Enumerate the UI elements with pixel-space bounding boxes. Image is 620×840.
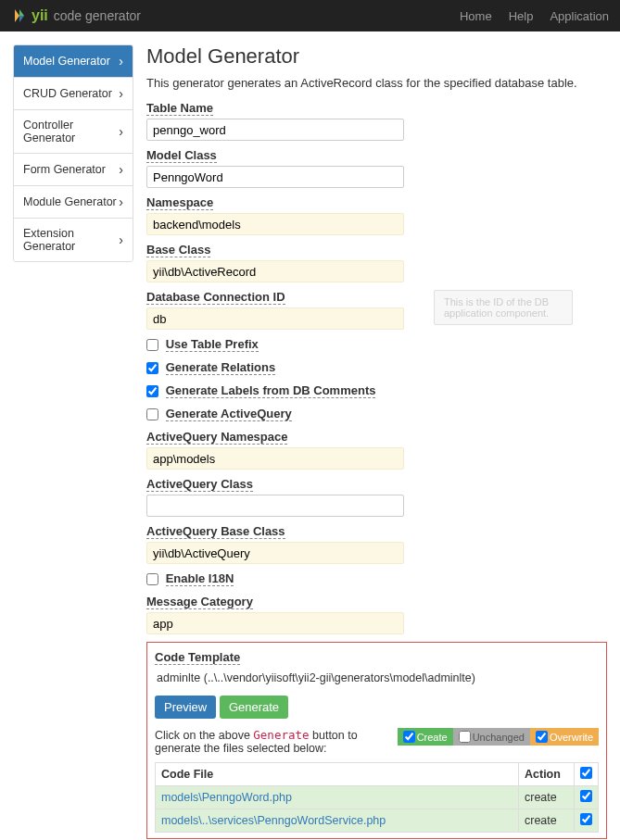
file-link[interactable]: models\PenngoWord.php <box>161 791 292 804</box>
th-check <box>575 763 599 786</box>
legend-unchanged[interactable]: Unchanged <box>453 728 530 746</box>
row-checkbox[interactable] <box>580 813 592 825</box>
table-row: models\..\services\PenngoWordService.php… <box>156 809 599 833</box>
gen-labels-checkbox[interactable] <box>146 385 158 397</box>
sidebar-item-label: Model Generator <box>23 55 110 68</box>
code-template-value: adminlte (..\..\vendor\yiisoft\yii2-gii\… <box>155 668 599 688</box>
aq-base-class-label: ActiveQuery Base Class <box>146 524 285 539</box>
enable-i18n-checkbox[interactable] <box>146 573 158 585</box>
use-table-prefix-label: Use Table Prefix <box>166 337 259 352</box>
preview-button[interactable]: Preview <box>155 696 216 719</box>
nav-links: Home Help Application <box>460 9 609 23</box>
row-checkbox[interactable] <box>580 790 592 802</box>
brand: yii code generator <box>11 7 141 24</box>
sidebar-item-crud-generator[interactable]: CRUD Generator › <box>14 78 133 110</box>
sidebar-item-form-generator[interactable]: Form Generator › <box>14 154 133 186</box>
page-title: Model Generator <box>146 44 607 69</box>
legend-badges: Create Unchanged Overwrite <box>398 728 599 746</box>
msg-category-input[interactable] <box>146 612 404 634</box>
sidebar-item-label: Extension Generator <box>23 227 119 253</box>
msg-category-label: Message Category <box>146 595 253 609</box>
db-conn-input[interactable] <box>146 307 404 330</box>
sidebar-item-controller-generator[interactable]: Controller Generator › <box>14 110 133 154</box>
table-name-input[interactable] <box>146 119 404 141</box>
gen-labels-label: Generate Labels from DB Comments <box>166 383 376 398</box>
model-class-input[interactable] <box>146 166 404 188</box>
navbar: yii code generator Home Help Application <box>0 0 620 31</box>
sidebar-item-module-generator[interactable]: Module Generator › <box>14 186 133 219</box>
legend-create-checkbox[interactable] <box>403 731 415 743</box>
gen-relations-checkbox[interactable] <box>146 362 158 374</box>
model-class-label: Model Class <box>146 148 217 163</box>
aq-class-label: ActiveQuery Class <box>146 477 253 492</box>
legend-overwrite[interactable]: Overwrite <box>530 728 599 746</box>
gen-aq-checkbox[interactable] <box>146 408 158 420</box>
db-conn-tooltip: This is the ID of the DB application com… <box>434 290 573 325</box>
namespace-label: Namespace <box>146 195 213 210</box>
legend-create[interactable]: Create <box>398 728 453 746</box>
brand-yii: yii <box>32 7 48 24</box>
legend-text: Click on the above Generate button to ge… <box>155 728 398 755</box>
table-row: models\PenngoWord.php create <box>156 786 599 809</box>
results-panel: Code Template adminlte (..\..\vendor\yii… <box>146 642 607 839</box>
nav-link-help[interactable]: Help <box>509 9 534 23</box>
use-table-prefix-checkbox[interactable] <box>146 339 158 351</box>
sidebar-item-label: Module Generator <box>23 195 117 208</box>
legend-overwrite-checkbox[interactable] <box>536 731 548 743</box>
brand-text: code generator <box>54 8 141 23</box>
th-code-file: Code File <box>156 763 519 786</box>
base-class-input[interactable] <box>146 260 404 282</box>
aq-base-class-input[interactable] <box>146 542 404 564</box>
yii-logo-icon <box>11 7 28 24</box>
table-name-label: Table Name <box>146 101 213 116</box>
base-class-label: Base Class <box>146 243 210 257</box>
generate-button[interactable]: Generate <box>220 696 288 719</box>
sidebar: Model Generator › CRUD Generator › Contr… <box>13 44 133 839</box>
chevron-right-icon: › <box>119 162 123 177</box>
sidebar-item-model-generator[interactable]: Model Generator › <box>14 45 133 78</box>
nav-link-home[interactable]: Home <box>460 9 492 23</box>
sidebar-item-label: Form Generator <box>23 163 106 176</box>
db-conn-label: Database Connection ID <box>146 290 285 305</box>
chevron-right-icon: › <box>119 86 123 101</box>
legend-unchanged-checkbox[interactable] <box>459 731 471 743</box>
aq-namespace-input[interactable] <box>146 447 404 470</box>
main-content: Model Generator This generator generates… <box>146 44 607 839</box>
aq-namespace-label: ActiveQuery Namespace <box>146 430 287 445</box>
chevron-right-icon: › <box>119 54 123 69</box>
code-template-label: Code Template <box>155 650 240 665</box>
action-cell: create <box>519 786 575 809</box>
namespace-input[interactable] <box>146 213 404 235</box>
file-link[interactable]: models\..\services\PenngoWordService.php <box>161 814 386 827</box>
sidebar-item-label: CRUD Generator <box>23 87 112 100</box>
sidebar-item-extension-generator[interactable]: Extension Generator › <box>14 219 133 261</box>
check-all[interactable] <box>580 767 592 779</box>
gen-aq-label: Generate ActiveQuery <box>166 407 292 421</box>
chevron-right-icon: › <box>119 194 123 209</box>
chevron-right-icon: › <box>119 124 123 139</box>
aq-class-input[interactable] <box>146 495 404 517</box>
gen-relations-label: Generate Relations <box>166 360 276 375</box>
code-files-table: Code File Action models\PenngoWord.php c… <box>155 762 599 833</box>
sidebar-item-label: Controller Generator <box>23 119 119 144</box>
action-cell: create <box>519 809 575 833</box>
th-action: Action <box>519 763 575 786</box>
chevron-right-icon: › <box>119 232 123 247</box>
page-description: This generator generates an ActiveRecord… <box>146 76 607 90</box>
nav-link-application[interactable]: Application <box>550 9 609 23</box>
enable-i18n-label: Enable I18N <box>166 571 234 586</box>
